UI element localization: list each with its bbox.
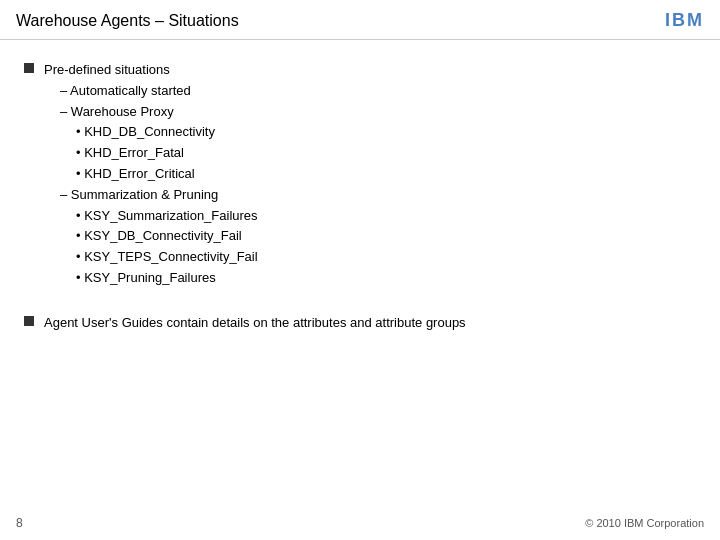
footer: 8 © 2010 IBM Corporation [16,516,704,530]
copyright: © 2010 IBM Corporation [585,517,704,529]
bullet1-sub2-item1: • KHD_DB_Connectivity [76,122,696,143]
bullet1-label: Pre-defined situations [44,62,170,77]
bullet1-sub2: – Warehouse Proxy [60,102,696,123]
bullet1-sub3-item4: • KSY_Pruning_Failures [76,268,696,289]
bullet1-sub3: – Summarization & Pruning [60,185,696,206]
bullet-content-2: Agent User's Guides contain details on t… [44,313,696,334]
bullet-icon-2 [24,316,34,326]
bullet-icon-1 [24,63,34,73]
bullet1-sub2-item3: • KHD_Error_Critical [76,164,696,185]
ibm-logo-text: IBM [665,10,704,31]
bullet1-sub2-item2: • KHD_Error_Fatal [76,143,696,164]
bullet2-label: Agent User's Guides contain details on t… [44,315,466,330]
bullet1-sub3-item3: • KSY_TEPS_Connectivity_Fail [76,247,696,268]
bullet1-sub1: – Automatically started [60,81,696,102]
bullet1-sub3-item1: • KSY_Summarization_Failures [76,206,696,227]
page-title: Warehouse Agents – Situations [16,12,239,30]
header: Warehouse Agents – Situations IBM [0,0,720,40]
bullet-section-2: Agent User's Guides contain details on t… [24,313,696,334]
main-content: Pre-defined situations – Automatically s… [0,40,720,378]
bullet-content-1: Pre-defined situations – Automatically s… [44,60,696,289]
bullet-section-1: Pre-defined situations – Automatically s… [24,60,696,289]
page-number: 8 [16,516,23,530]
bullet1-sub3-item2: • KSY_DB_Connectivity_Fail [76,226,696,247]
ibm-logo: IBM [665,10,704,31]
